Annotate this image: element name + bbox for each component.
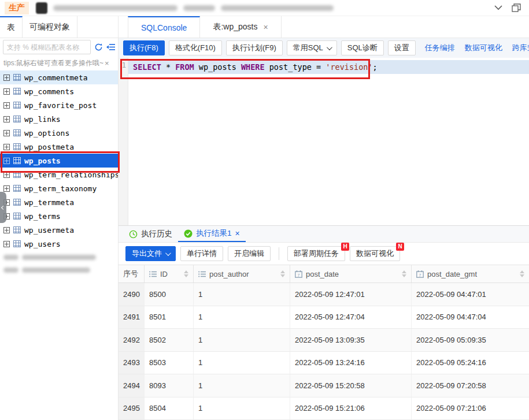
data-cell[interactable]: 2022-05-09 15:21:06 <box>290 397 412 420</box>
data-cell[interactable]: 2022-05-09 07:20:58 <box>412 374 529 397</box>
data-cell[interactable]: 2022-05-09 13:24:16 <box>290 352 412 374</box>
expand-icon[interactable] <box>3 116 10 122</box>
common-sql-dropdown[interactable]: 常用SQL <box>287 40 337 55</box>
expand-icon[interactable] <box>3 130 10 136</box>
toolbar-link-跨库查询[interactable]: 跨库查询 <box>512 43 529 53</box>
sql-diagnose-button[interactable]: SQL诊断 <box>341 40 384 55</box>
sql-token-plain: post_type = <box>265 62 326 72</box>
column-header-post_date[interactable]: 7post_date <box>290 265 412 283</box>
expand-icon[interactable] <box>3 185 10 192</box>
data-cell[interactable]: 8502 <box>145 329 194 351</box>
expand-icon[interactable] <box>3 75 10 81</box>
chevron-down-icon[interactable] <box>494 5 502 10</box>
explain-plan-button[interactable]: 执行计划(F9) <box>226 40 283 55</box>
enable-edit-label: 开启编辑 <box>234 248 264 259</box>
data-cell[interactable]: 1 <box>194 306 290 329</box>
table-name-label: wp_usermeta <box>24 226 74 235</box>
sidebar-collapse-handle[interactable] <box>0 192 6 223</box>
sidebar-table-item-wp_links[interactable]: wp_links <box>0 112 118 126</box>
sort-arrows-icon[interactable] <box>520 270 524 277</box>
table-search-input[interactable] <box>3 40 91 54</box>
tab-execution-history-label: 执行历史 <box>141 229 172 239</box>
sort-arrows-icon[interactable] <box>184 270 188 277</box>
close-icon[interactable]: × <box>235 229 240 238</box>
data-cell[interactable]: 2022-05-09 12:47:04 <box>290 306 412 329</box>
table-icon <box>13 88 21 95</box>
settings-button[interactable]: 设置 <box>388 40 416 55</box>
tab-sqlconsole[interactable]: SQLConsole <box>128 16 200 38</box>
data-cell[interactable]: 2022-05-09 07:21:06 <box>412 397 529 420</box>
refresh-icon[interactable] <box>94 43 103 51</box>
data-cell[interactable]: 8093 <box>145 374 194 397</box>
expand-icon[interactable] <box>3 88 10 95</box>
expand-icon[interactable] <box>3 241 10 247</box>
column-header-post_date_gmt[interactable]: 7post_date_gmt <box>412 265 529 283</box>
new-window-icon[interactable] <box>512 3 521 12</box>
tab-programmable-objects[interactable]: 可编程对象 <box>23 16 77 38</box>
sidebar-table-item-wp_term_relationships[interactable]: wp_term_relationships <box>0 168 118 181</box>
sidebar-table-item-wp_term_taxonomy[interactable]: wp_term_taxonomy <box>0 181 118 195</box>
sidebar-table-item-wp_postmeta[interactable]: wp_postmeta <box>0 140 118 154</box>
data-cell[interactable]: 2022-05-09 12:47:01 <box>290 283 412 306</box>
toolbar-link-数据可视化[interactable]: 数据可视化 <box>465 43 502 53</box>
execute-button-label: 执行(F8) <box>130 43 158 53</box>
enable-edit-button[interactable]: 开启编辑 <box>228 246 271 261</box>
sidebar-table-item-wp_options[interactable]: wp_options <box>0 126 118 140</box>
sidebar-table-item-wp_terms[interactable]: wp_terms <box>0 209 118 223</box>
data-cell[interactable]: 8504 <box>145 397 194 420</box>
sidebar-table-item-wp_posts[interactable]: wp_posts <box>0 154 118 168</box>
data-cell[interactable]: 2022-05-09 05:09:35 <box>412 329 529 351</box>
table-name-label: wp_terms <box>24 212 61 221</box>
data-cell[interactable]: 2022-05-09 15:20:58 <box>290 374 412 397</box>
data-cell[interactable]: 2022-05-09 04:47:01 <box>412 283 529 306</box>
tab-execution-history[interactable]: 执行历史 <box>123 226 178 242</box>
expand-icon[interactable] <box>3 227 10 233</box>
data-cell[interactable]: 2022-05-09 13:09:35 <box>290 329 412 351</box>
format-button[interactable]: 格式化(F10) <box>169 40 222 55</box>
expand-icon[interactable] <box>3 158 10 164</box>
data-visualization-button[interactable]: 数据可视化N <box>350 246 400 261</box>
column-header-ID[interactable]: ID <box>145 265 194 283</box>
tips-close-icon[interactable]: × <box>105 59 109 68</box>
data-cell[interactable]: 8501 <box>145 306 194 329</box>
column-header-序号: 序号 <box>119 265 145 283</box>
data-cell[interactable]: 8503 <box>145 352 194 374</box>
sql-editor[interactable]: 1 SELECT * FROM wp_posts WHERE post_type… <box>119 58 529 225</box>
data-cell[interactable]: 1 <box>194 283 290 306</box>
data-cell[interactable]: 1 <box>194 352 290 374</box>
sql-token-kw: WHERE <box>241 62 265 72</box>
data-cell[interactable]: 1 <box>194 374 290 397</box>
sidebar-table-item-wp_termmeta[interactable]: wp_termmeta <box>0 195 118 209</box>
toolbar-link-任务编排[interactable]: 任务编排 <box>425 43 455 53</box>
export-file-dropdown[interactable]: 导出文件 <box>125 246 176 261</box>
data-cell[interactable]: 1 <box>194 397 290 420</box>
sort-arrows-icon[interactable] <box>402 270 406 277</box>
data-cell[interactable]: 2022-05-09 04:47:04 <box>412 306 529 329</box>
column-header-post_author[interactable]: post_author <box>194 265 290 283</box>
sql-token-str: 'revision' <box>325 62 372 72</box>
close-icon[interactable]: × <box>263 23 268 32</box>
deploy-periodic-task-button[interactable]: 部署周期任务H <box>287 246 345 261</box>
date-type-icon: 7 <box>295 270 302 278</box>
sidebar-table-item-wp_users[interactable]: wp_users <box>0 237 118 251</box>
tab-execution-result-1[interactable]: 执行结果1 × <box>178 226 246 242</box>
sidebar-table-item-wp_commentmeta[interactable]: wp_commentmeta <box>0 70 118 84</box>
data-cell[interactable]: 1 <box>194 329 290 351</box>
expand-icon[interactable] <box>3 144 10 150</box>
collapse-list-icon[interactable] <box>106 43 116 51</box>
sql-statement-line[interactable]: SELECT * FROM wp_posts WHERE post_type =… <box>128 60 529 74</box>
single-row-detail-button[interactable]: 单行详情 <box>180 246 223 261</box>
tab-table-wp-posts[interactable]: 表:wp_posts × <box>200 16 281 38</box>
data-cell[interactable]: 2022-05-09 05:24:16 <box>412 352 529 374</box>
sidebar-table-item-wp_comments[interactable]: wp_comments <box>0 84 118 98</box>
tab-tables[interactable]: 表 <box>0 16 23 38</box>
sort-arrows-icon[interactable] <box>280 270 285 277</box>
sidebar-table-item-wp_favorite_post[interactable]: wp_favorite_post <box>0 98 118 112</box>
data-cell[interactable]: 8500 <box>145 283 194 306</box>
expand-icon[interactable] <box>3 172 10 178</box>
execute-button[interactable]: 执行(F8) <box>123 40 165 55</box>
sidebar-table-item-wp_usermeta[interactable]: wp_usermeta <box>0 223 118 237</box>
result-grid-header: 序号IDpost_author7post_date7post_date_gmt <box>119 265 529 283</box>
expand-icon[interactable] <box>3 102 10 109</box>
row-index-cell: 2493 <box>119 352 145 374</box>
